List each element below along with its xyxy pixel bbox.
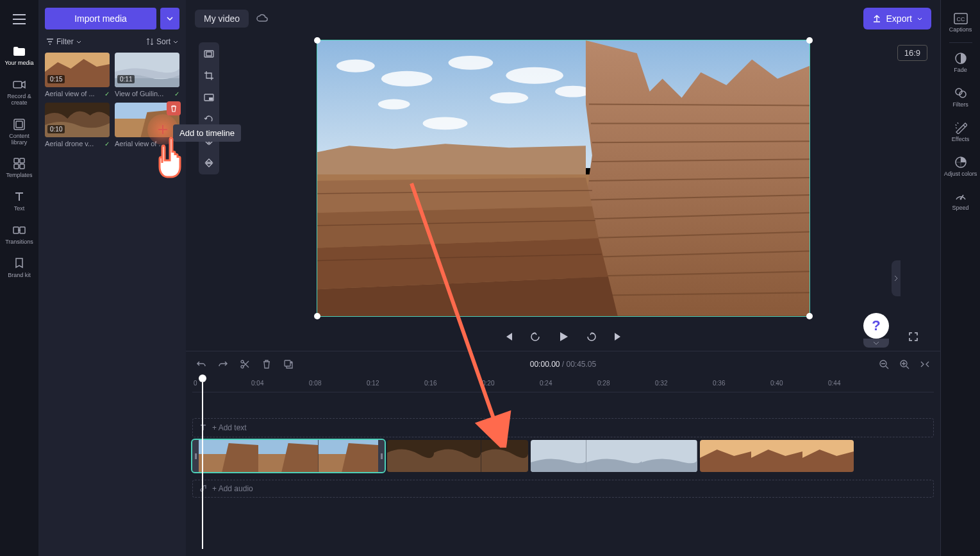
svg-rect-18	[209, 97, 213, 100]
export-label: Export	[886, 13, 912, 24]
speed-icon	[954, 190, 967, 203]
text-track-placeholder[interactable]: + Add text	[192, 418, 934, 437]
hamburger-menu-button[interactable]	[5, 5, 33, 33]
step-back-button[interactable]	[527, 329, 543, 344]
nav-templates[interactable]: Templates	[0, 152, 38, 185]
clip-frame	[199, 440, 258, 472]
filter-button[interactable]: Filter	[46, 37, 81, 46]
timeline-clip[interactable]: || ||	[192, 440, 385, 472]
resize-handle-tl[interactable]	[314, 37, 320, 44]
nav-label: Transitions	[5, 239, 33, 246]
zoom-fit-button[interactable]	[918, 358, 931, 371]
clip-frame	[586, 440, 642, 472]
timeline-clip[interactable]	[531, 440, 697, 472]
resize-handle-tr[interactable]	[806, 37, 813, 44]
preview-canvas[interactable]	[317, 40, 810, 317]
playhead-line	[202, 382, 203, 549]
skip-back-button[interactable]	[501, 329, 516, 344]
zoom-in-button[interactable]	[898, 358, 911, 371]
flip-vertical-tool[interactable]	[201, 155, 217, 171]
collapse-right-panel-button[interactable]	[892, 260, 901, 296]
text-icon	[199, 424, 207, 432]
svg-point-27	[555, 86, 591, 97]
effects-button[interactable]: Effects	[941, 115, 981, 149]
filter-label: Filter	[56, 37, 74, 46]
nav-record-create[interactable]: Record & create	[0, 73, 38, 113]
help-button[interactable]: ?	[863, 313, 889, 339]
undo-button[interactable]	[195, 358, 208, 371]
fade-button[interactable]: Fade	[941, 46, 981, 80]
delete-clip-button[interactable]	[260, 358, 273, 371]
project-title[interactable]: My video	[195, 10, 249, 28]
fullscreen-button[interactable]	[906, 329, 921, 344]
svg-point-25	[490, 92, 528, 104]
clip-trim-handle-right[interactable]: ||	[378, 440, 385, 472]
nav-transitions[interactable]: Transitions	[0, 219, 38, 252]
rail-label: Adjust colors	[944, 171, 977, 178]
ruler-tick: 0:20	[482, 380, 494, 387]
main-area: My video Export	[186, 0, 940, 556]
preview-image	[317, 40, 810, 316]
cloud-icon	[256, 13, 269, 24]
help-expand-button[interactable]	[863, 339, 889, 348]
adjust-colors-button[interactable]: Adjust colors	[941, 149, 981, 184]
ruler-tick: 0:40	[770, 380, 783, 387]
check-icon: ✓	[104, 140, 110, 147]
svg-point-60	[959, 198, 961, 200]
nav-content-library[interactable]: Content library	[0, 113, 38, 153]
ruler-tick: 0:28	[597, 380, 610, 387]
clip-frame	[319, 440, 378, 472]
aspect-ratio-button[interactable]: 16:9	[897, 45, 927, 61]
export-button[interactable]: Export	[863, 8, 931, 29]
pip-tool[interactable]	[201, 90, 217, 105]
nav-brand-kit[interactable]: Brand kit	[0, 252, 38, 285]
svg-point-20	[336, 60, 374, 72]
svg-rect-16	[206, 52, 212, 56]
play-button[interactable]	[554, 328, 572, 346]
split-button[interactable]	[238, 358, 251, 371]
fit-tool[interactable]	[201, 46, 217, 62]
svg-rect-32	[285, 360, 290, 366]
timeline-clip[interactable]	[387, 440, 528, 472]
media-thumbnail[interactable]: 0:11 View of Guilin... ✓	[115, 53, 179, 97]
skip-forward-button[interactable]	[611, 329, 626, 344]
ruler-tick: 0:24	[540, 380, 552, 387]
delete-media-button[interactable]	[167, 101, 181, 115]
audio-track-placeholder[interactable]: + Add audio	[192, 480, 934, 498]
filters-icon	[954, 87, 967, 99]
svg-rect-5	[14, 164, 19, 169]
chevron-down-icon	[167, 17, 173, 21]
crop-tool[interactable]	[201, 68, 217, 83]
speed-button[interactable]: Speed	[941, 183, 981, 218]
chevron-down-icon	[76, 40, 81, 44]
resize-handle-bl[interactable]	[314, 313, 320, 319]
clip-frame	[531, 440, 586, 472]
timeline-clip[interactable]	[700, 440, 854, 472]
rail-label: Effects	[952, 137, 969, 143]
clip-trim-handle-left[interactable]: ||	[192, 440, 199, 472]
nav-text[interactable]: Text	[0, 185, 38, 219]
playhead[interactable]	[199, 375, 206, 382]
duplicate-button[interactable]	[282, 358, 295, 371]
camera-icon	[13, 78, 26, 91]
clip-frame	[802, 440, 854, 472]
thumbnail-label: View of Guilin...	[115, 90, 172, 97]
rail-label: Fade	[954, 67, 967, 74]
filters-button[interactable]: Filters	[941, 80, 981, 115]
media-thumbnail[interactable]: 0:15 Aerial view of ... ✓	[45, 53, 110, 97]
zoom-out-button[interactable]	[877, 358, 890, 371]
import-media-dropdown[interactable]	[160, 8, 179, 29]
timeline-ruler[interactable]: 0 0:04 0:08 0:12 0:16 0:20 0:24 0:28 0:3…	[192, 377, 934, 392]
sort-button[interactable]: Sort	[146, 37, 178, 46]
cloud-sync-button[interactable]	[255, 12, 269, 26]
captions-icon: CC	[954, 13, 968, 24]
import-media-button[interactable]: Import media	[45, 8, 156, 29]
redo-button[interactable]	[217, 358, 229, 371]
media-panel: Import media Filter Sort	[38, 0, 186, 556]
media-thumbnail[interactable]: 0:10 Aerial drone v... ✓	[45, 103, 110, 147]
captions-button[interactable]: CC Captions	[941, 6, 981, 40]
resize-handle-br[interactable]	[806, 313, 813, 319]
step-forward-button[interactable]	[584, 329, 599, 344]
nav-your-media[interactable]: Your media	[0, 40, 38, 73]
filter-icon	[46, 38, 54, 45]
